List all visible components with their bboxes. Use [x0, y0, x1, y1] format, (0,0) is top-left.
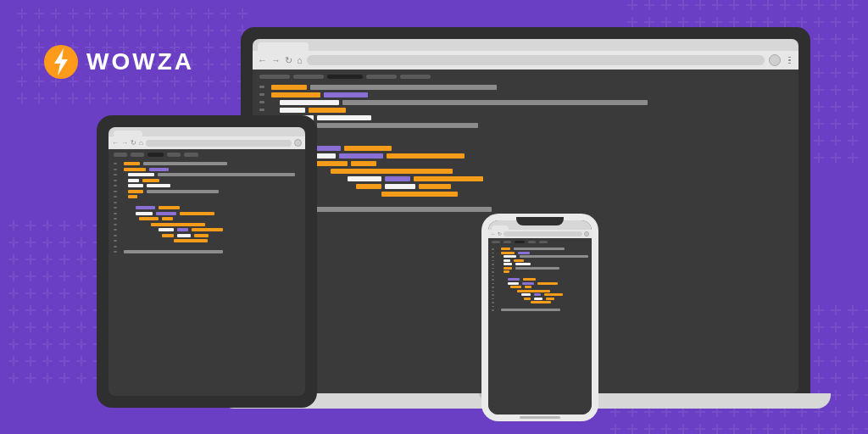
code-line [259, 175, 792, 181]
browser-tab[interactable] [114, 131, 142, 136]
line-number-gutter [114, 180, 117, 181]
home-icon[interactable]: ⌂ [297, 56, 303, 65]
wowza-logo: WOWZA [44, 45, 194, 79]
code-token [174, 239, 209, 242]
reload-icon[interactable]: ↻ [498, 231, 502, 236]
code-token [501, 252, 515, 254]
code-line [259, 99, 792, 105]
profile-avatar-icon[interactable] [584, 231, 589, 236]
code-line [492, 259, 588, 263]
editor-tab[interactable] [114, 153, 127, 157]
line-number-gutter [492, 248, 494, 250]
editor-tab[interactable] [400, 75, 431, 79]
code-token [128, 179, 140, 182]
menu-icon[interactable] [785, 57, 793, 64]
line-number-gutter [492, 298, 494, 300]
editor-tab[interactable] [528, 241, 537, 243]
code-line [259, 168, 792, 174]
browser-tab[interactable] [258, 42, 309, 51]
code-line [492, 278, 588, 281]
forward-icon[interactable]: → [271, 56, 281, 65]
line-number-gutter [492, 256, 494, 258]
code-token [136, 206, 155, 209]
wowza-logo-text: WOWZA [86, 48, 194, 75]
code-token [180, 212, 214, 215]
editor-tab[interactable] [366, 75, 397, 79]
line-number-gutter [492, 283, 494, 285]
code-token [504, 267, 513, 270]
code-line [259, 153, 792, 159]
reload-icon[interactable]: ↻ [285, 56, 292, 65]
profile-avatar-icon[interactable] [769, 54, 781, 66]
code-token [331, 169, 453, 174]
editor-tab[interactable] [492, 241, 500, 243]
back-icon[interactable]: ← [491, 231, 496, 236]
code-token [520, 255, 588, 258]
profile-avatar-icon[interactable] [294, 139, 302, 147]
phone-notch [516, 217, 564, 225]
code-token [419, 184, 451, 189]
code-token [151, 223, 206, 226]
code-token [523, 278, 536, 281]
code-token [344, 146, 392, 151]
editor-tab[interactable] [147, 153, 164, 157]
code-token [147, 184, 171, 187]
code-token [351, 161, 376, 166]
code-line [492, 293, 588, 297]
line-number-gutter [259, 108, 264, 111]
home-icon[interactable]: ⌂ [139, 140, 143, 147]
line-number-gutter [114, 218, 117, 220]
address-bar[interactable] [146, 140, 292, 147]
code-token [508, 282, 518, 285]
line-number-gutter [492, 306, 494, 308]
code-token [128, 184, 143, 187]
code-token [339, 153, 383, 159]
editor-tab[interactable] [184, 153, 198, 157]
code-line [114, 222, 300, 226]
address-bar[interactable] [307, 55, 765, 65]
code-line [492, 267, 588, 270]
code-token [124, 168, 146, 171]
code-token [525, 286, 531, 288]
editor-tab[interactable] [539, 241, 548, 243]
code-line [492, 309, 588, 312]
code-token [162, 234, 174, 237]
code-line [114, 189, 300, 193]
editor-tab[interactable] [504, 241, 512, 243]
code-line [492, 255, 588, 259]
code-token [342, 100, 648, 105]
code-editor [488, 238, 592, 415]
editor-tab[interactable] [515, 241, 524, 243]
code-token [271, 92, 320, 97]
forward-icon[interactable]: → [121, 140, 128, 147]
code-line [114, 200, 300, 204]
code-token [147, 190, 220, 193]
editor-tab[interactable] [131, 153, 144, 157]
address-bar[interactable] [504, 231, 582, 236]
reload-icon[interactable]: ↻ [131, 140, 136, 147]
phone-home-indicator [520, 416, 560, 419]
code-token [387, 153, 465, 159]
code-token [317, 123, 478, 128]
code-token [177, 234, 191, 237]
code-line [492, 270, 588, 274]
code-line [114, 233, 300, 237]
code-token [504, 255, 517, 258]
code-line [259, 122, 792, 128]
back-icon[interactable]: ← [112, 140, 119, 147]
editor-tab[interactable] [293, 75, 324, 79]
code-line [259, 130, 792, 136]
line-number-gutter [114, 185, 117, 186]
code-token [521, 293, 531, 296]
code-token [504, 263, 513, 265]
editor-tab[interactable] [259, 75, 290, 79]
code-token [162, 217, 174, 220]
code-line [114, 239, 300, 243]
code-line [259, 191, 792, 197]
code-token [149, 168, 169, 171]
editor-tab[interactable] [167, 153, 181, 157]
back-icon[interactable]: ← [258, 56, 267, 65]
code-line [492, 263, 588, 266]
editor-tab[interactable] [327, 75, 363, 79]
line-number-gutter [114, 240, 117, 242]
